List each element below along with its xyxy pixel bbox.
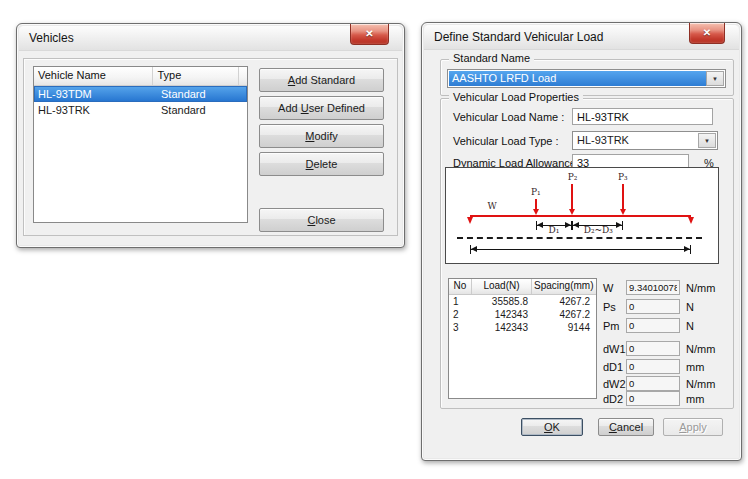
standard-name-combobox[interactable]: AASHTO LRFD Load ▼: [447, 69, 726, 88]
add-standard-button[interactable]: Add Standard: [259, 68, 384, 92]
distributed-load-line: [470, 215, 690, 217]
dw2-field-unit: N/mm: [686, 378, 715, 390]
table-row[interactable]: 1 35585.8 4267.2: [449, 295, 596, 308]
arrow-head: [688, 217, 694, 224]
p2-load-label: P₂: [568, 172, 578, 182]
standard-name-selected-value: AASHTO LRFD Load: [449, 71, 706, 86]
ps-field-unit: N: [686, 301, 694, 313]
tick-mark: [690, 245, 691, 254]
w-field-input[interactable]: [626, 280, 680, 295]
pm-field-unit: N: [686, 320, 694, 332]
field-row-dd2: dD2 mm: [603, 391, 704, 406]
no-cell: 1: [449, 295, 472, 308]
p2-load-arrow: [569, 184, 575, 215]
arrow-head: [537, 222, 543, 228]
column-header-type[interactable]: Type: [153, 67, 239, 85]
define-vehicular-load-dialog: Define Standard Vehicular Load ✕ Standar…: [421, 22, 742, 461]
load-type-combobox[interactable]: HL-93TRK ▼: [572, 131, 718, 150]
arrow-head: [467, 217, 473, 224]
w-load-label: W: [488, 201, 497, 211]
load-cell: 142343: [472, 308, 532, 321]
p3-load-label: P₃: [618, 172, 628, 182]
apply-button[interactable]: Apply: [663, 418, 723, 436]
w-field-unit: N/mm: [686, 282, 715, 294]
define-close-button[interactable]: ✕: [689, 23, 725, 44]
dw1-field-unit: N/mm: [686, 343, 715, 355]
load-type-selected-value: HL-93TRK: [574, 133, 698, 148]
dw2-field-input[interactable]: [626, 376, 680, 391]
table-row[interactable]: 2 142343 4267.2: [449, 308, 596, 321]
spacing-cell: 9144: [532, 321, 594, 334]
field-row-w: W N/mm: [603, 280, 715, 295]
p1-load-arrow: [533, 199, 539, 215]
reference-dashed-line: [457, 237, 702, 239]
ps-field-label: Ps: [603, 301, 626, 313]
no-cell: 3: [449, 321, 472, 334]
vehicles-close-button[interactable]: ✕: [350, 24, 389, 45]
list-item-hl-93tdm[interactable]: HL-93TDM Standard: [34, 86, 247, 102]
vehicles-dialog-title: Vehicles: [29, 31, 74, 45]
dw1-field-input[interactable]: [626, 341, 680, 356]
column-header-no[interactable]: No: [449, 279, 472, 294]
dropdown-arrow-icon[interactable]: ▼: [698, 133, 716, 148]
column-header-load[interactable]: Load(N): [472, 279, 532, 294]
ps-field-input[interactable]: [626, 299, 680, 314]
load-name-label: Vehicular Load Name :: [453, 111, 564, 123]
close-icon: ✕: [365, 28, 373, 39]
load-cell: 142343: [472, 321, 532, 334]
field-row-pm: Pm N: [603, 318, 694, 333]
dd2-field-input[interactable]: [626, 391, 680, 406]
close-icon: ✕: [703, 27, 711, 38]
field-row-dd1: dD1 mm: [603, 359, 704, 374]
arrow-head: [684, 246, 690, 252]
delete-button[interactable]: Delete: [259, 152, 384, 176]
cancel-button[interactable]: Cancel: [598, 418, 654, 436]
load-table-header: No Load(N) Spacing(mm): [449, 279, 596, 295]
dd1-field-input[interactable]: [626, 359, 680, 374]
ok-button[interactable]: OK: [521, 418, 583, 436]
vehicle-list-header: Vehicle Name Type: [34, 67, 247, 86]
p3-load-arrow: [620, 184, 626, 215]
column-header-spacing[interactable]: Spacing(mm): [532, 279, 594, 294]
spacing-cell: 4267.2: [532, 308, 594, 321]
arrow-head: [565, 222, 571, 228]
spacing-cell: 4267.2: [532, 295, 594, 308]
vehicle-list: Vehicle Name Type HL-93TDM Standard HL-9…: [33, 66, 248, 223]
pm-field-input[interactable]: [626, 318, 680, 333]
vehicle-name-cell: HL-93TRK: [34, 102, 157, 118]
w-field-label: W: [603, 282, 626, 294]
tick-mark: [622, 221, 623, 230]
load-spacing-table: No Load(N) Spacing(mm) 1 35585.8 4267.2 …: [448, 278, 597, 399]
vehicles-titlebar[interactable]: Vehicles: [19, 26, 402, 51]
arrow-stem: [622, 184, 624, 211]
add-user-defined-button[interactable]: Add User Defined: [259, 96, 384, 120]
field-row-ps: Ps N: [603, 299, 694, 314]
field-row-dw1: dW1 N/mm: [603, 341, 715, 356]
dw1-field-label: dW1: [603, 343, 626, 355]
column-header-vehicle-name[interactable]: Vehicle Name: [34, 67, 153, 85]
no-cell: 2: [449, 308, 472, 321]
vehicle-type-cell: Standard: [157, 86, 245, 102]
define-dialog-title: Define Standard Vehicular Load: [434, 30, 603, 44]
p1-load-label: P₁: [531, 187, 541, 197]
load-name-input[interactable]: [572, 108, 713, 125]
dd1-field-label: dD1: [603, 361, 626, 373]
list-item-hl-93trk[interactable]: HL-93TRK Standard: [34, 102, 247, 118]
d1-dimension-label: D₁: [549, 225, 560, 235]
load-cell: 35585.8: [472, 295, 532, 308]
d2-d3-dimension-label: D₂~D₃: [584, 225, 613, 235]
load-type-label: Vehicular Load Type :: [453, 135, 559, 147]
vehicular-load-diagram: W P₁ P₂ P₃ D₁ D₂~D₃: [445, 167, 719, 264]
table-row[interactable]: 3 142343 9144: [449, 321, 596, 334]
dropdown-arrow-icon[interactable]: ▼: [706, 71, 724, 86]
modify-button[interactable]: Modify: [259, 124, 384, 148]
standard-name-group-label: Standard Name: [449, 52, 534, 64]
arrow-head: [616, 222, 622, 228]
arrow-head: [471, 246, 477, 252]
arrow-head: [573, 222, 579, 228]
dd1-field-unit: mm: [686, 361, 704, 373]
vehicle-name-cell: HL-93TDM: [34, 86, 157, 102]
close-button[interactable]: Close: [259, 208, 384, 232]
arrow-stem: [571, 184, 573, 211]
vehicles-dialog: Vehicles ✕ Vehicle Name Type HL-93TDM St…: [16, 23, 405, 248]
